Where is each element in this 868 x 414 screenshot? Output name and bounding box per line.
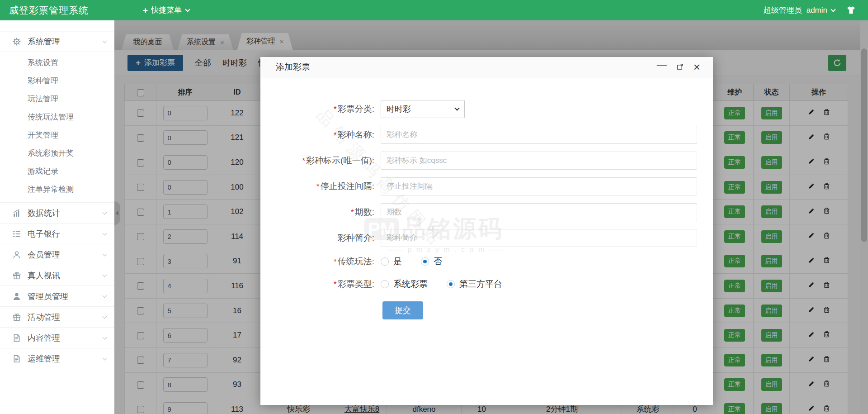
sidebar-item-注单异常检测[interactable]: 注单异常检测 bbox=[0, 181, 114, 199]
submit-button[interactable]: 提交 bbox=[382, 301, 423, 319]
required-asterisk: * bbox=[316, 182, 320, 191]
field-label: *彩票分类: bbox=[260, 103, 381, 115]
sidebar-group-label: 管理员管理 bbox=[28, 291, 103, 302]
sidebar-group-8[interactable]: 运维管理 bbox=[0, 348, 114, 369]
stop-interval-input[interactable] bbox=[381, 177, 697, 195]
sidebar-menu: 系统管理系统设置彩种管理玩法管理传统玩法管理开奖管理系统彩预开奖游戏记录注单异常… bbox=[0, 31, 114, 369]
gift-icon bbox=[13, 313, 22, 322]
radio-icon[interactable] bbox=[381, 280, 389, 288]
quick-menu-label: 快捷菜单 bbox=[151, 5, 182, 15]
traditional-yes-option[interactable]: 是 bbox=[381, 256, 402, 267]
form-row-name: *彩种名称: bbox=[260, 126, 713, 144]
required-asterisk: * bbox=[334, 280, 337, 289]
required-asterisk: * bbox=[334, 257, 337, 266]
field-label: *彩种名称: bbox=[260, 129, 381, 141]
field-label: *传统玩法: bbox=[260, 256, 381, 267]
chevron-down-icon bbox=[830, 7, 835, 12]
sidebar-group-label: 运维管理 bbox=[28, 353, 103, 364]
app-title: 威登彩票管理系统 bbox=[9, 4, 89, 17]
chevron-down-icon bbox=[103, 293, 107, 298]
sidebar-item-传统玩法管理[interactable]: 传统玩法管理 bbox=[0, 108, 114, 126]
gear-icon bbox=[13, 37, 22, 46]
username: admin bbox=[807, 6, 827, 15]
chevron-down-icon bbox=[103, 252, 107, 256]
chevron-down-icon bbox=[454, 105, 459, 110]
required-asterisk: * bbox=[302, 157, 305, 165]
required-asterisk: * bbox=[351, 208, 354, 217]
sidebar: 系统管理系统设置彩种管理玩法管理传统玩法管理开奖管理系统彩预开奖游戏记录注单异常… bbox=[0, 20, 114, 414]
form-row-period: *期数: bbox=[260, 203, 713, 221]
chevron-down-icon bbox=[103, 356, 107, 360]
category-select[interactable]: 时时彩 bbox=[381, 100, 465, 118]
radio-icon[interactable] bbox=[447, 280, 455, 288]
close-icon[interactable]: × bbox=[693, 61, 700, 73]
user-menu[interactable]: 超级管理员 admin bbox=[764, 5, 835, 15]
modal-title: 添加彩票 bbox=[276, 61, 310, 73]
type-system-option[interactable]: 系统彩票 bbox=[381, 278, 428, 290]
chevron-down-icon bbox=[185, 7, 190, 12]
quick-menu-button[interactable]: + 快捷菜单 bbox=[143, 5, 189, 15]
sidebar-group-label: 数据统计 bbox=[28, 208, 103, 219]
form-row-traditional: *传统玩法: 是 否 bbox=[260, 255, 713, 268]
chevron-down-icon bbox=[103, 39, 107, 43]
name-input[interactable] bbox=[381, 126, 697, 144]
form-row-intro: *彩种简介: bbox=[260, 229, 713, 247]
intro-input[interactable] bbox=[381, 229, 697, 247]
form-row-category: *彩票分类: 时时彩 bbox=[260, 100, 713, 118]
user-solid-icon bbox=[13, 292, 22, 301]
code-input[interactable] bbox=[381, 152, 697, 170]
field-label: *停止投注间隔: bbox=[260, 181, 381, 192]
period-input[interactable] bbox=[381, 203, 697, 221]
form-row-type: *彩票类型: 系统彩票 第三方平台 bbox=[260, 277, 713, 291]
sidebar-item-玩法管理[interactable]: 玩法管理 bbox=[0, 90, 114, 108]
sidebar-group-5[interactable]: 管理员管理 bbox=[0, 286, 114, 307]
form-row-code: *彩种标示(唯一值): bbox=[260, 152, 713, 170]
gift-icon bbox=[13, 271, 22, 280]
chevron-down-icon bbox=[103, 314, 107, 319]
minimize-icon[interactable]: — bbox=[657, 60, 667, 70]
sidebar-group-0[interactable]: 系统管理 bbox=[0, 31, 114, 52]
theme-shirt-icon[interactable] bbox=[847, 6, 855, 14]
chevron-down-icon bbox=[103, 210, 107, 214]
sidebar-group-2[interactable]: 电子银行 bbox=[0, 224, 114, 244]
sidebar-item-系统设置[interactable]: 系统设置 bbox=[0, 54, 114, 72]
plus-icon: + bbox=[143, 5, 148, 15]
list-icon bbox=[13, 229, 22, 238]
field-label: *彩种标示(唯一值): bbox=[260, 155, 381, 167]
sidebar-group-1[interactable]: 数据统计 bbox=[0, 203, 114, 224]
required-asterisk: * bbox=[334, 131, 337, 139]
add-lottery-modal: 添加彩票 — × PM 品铭源码 —— p m z y m . c o m ——… bbox=[260, 57, 713, 405]
category-select-value: 时时彩 bbox=[387, 104, 411, 114]
topbar: 威登彩票管理系统 + 快捷菜单 超级管理员 admin bbox=[0, 0, 868, 20]
sidebar-group-4[interactable]: 真人视讯 bbox=[0, 265, 114, 286]
doc-icon bbox=[13, 354, 22, 363]
form-row-stop: *停止投注间隔: bbox=[260, 177, 713, 195]
field-label: *彩票类型: bbox=[260, 278, 381, 290]
sidebar-item-游戏记录[interactable]: 游戏记录 bbox=[0, 162, 114, 181]
sidebar-group-7[interactable]: 内容管理 bbox=[0, 328, 114, 348]
modal-header: 添加彩票 — × bbox=[260, 57, 713, 77]
traditional-no-option[interactable]: 否 bbox=[421, 256, 442, 267]
maximize-icon[interactable] bbox=[677, 62, 684, 71]
field-label: *期数: bbox=[260, 206, 381, 218]
modal-body: PM 品铭源码 —— p m z y m . c o m —— 品铭源码高仿网站… bbox=[260, 77, 713, 319]
doc-icon bbox=[13, 333, 22, 343]
chevron-down-icon bbox=[103, 272, 107, 277]
field-label: *彩种简介: bbox=[260, 232, 381, 244]
required-asterisk: * bbox=[334, 105, 337, 114]
radio-icon[interactable] bbox=[421, 257, 429, 266]
sidebar-submenu: 系统设置彩种管理玩法管理传统玩法管理开奖管理系统彩预开奖游戏记录注单异常检测 bbox=[0, 52, 114, 203]
chevron-down-icon bbox=[103, 335, 107, 339]
chart-icon bbox=[13, 209, 22, 218]
chevron-down-icon bbox=[103, 231, 107, 235]
radio-icon[interactable] bbox=[381, 257, 389, 266]
sidebar-group-label: 活动管理 bbox=[28, 312, 103, 323]
sidebar-item-开奖管理[interactable]: 开奖管理 bbox=[0, 126, 114, 144]
sidebar-group-6[interactable]: 活动管理 bbox=[0, 307, 114, 328]
type-thirdparty-option[interactable]: 第三方平台 bbox=[447, 278, 502, 290]
user-outline-icon bbox=[13, 250, 22, 259]
sidebar-group-label: 会员管理 bbox=[28, 249, 103, 260]
sidebar-group-3[interactable]: 会员管理 bbox=[0, 244, 114, 265]
sidebar-item-系统彩预开奖[interactable]: 系统彩预开奖 bbox=[0, 144, 114, 162]
sidebar-item-彩种管理[interactable]: 彩种管理 bbox=[0, 72, 114, 90]
